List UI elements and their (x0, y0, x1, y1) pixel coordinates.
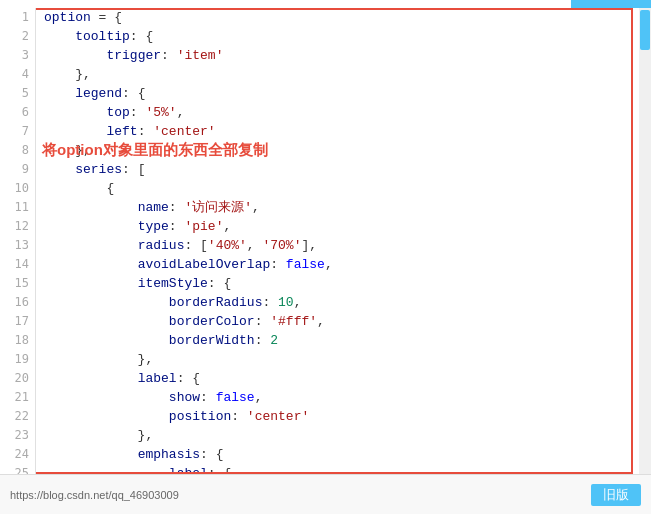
scrollbar-thumb[interactable] (640, 10, 650, 50)
code-line: series: [ (44, 160, 651, 179)
code-line: tooltip: { (44, 27, 651, 46)
line-number: 17 (0, 312, 29, 331)
code-content: 将option对象里面的东西全部复制 option = { tooltip: {… (36, 8, 651, 514)
line-number: 3 (0, 46, 29, 65)
line-number: 24 (0, 445, 29, 464)
code-line: { (44, 179, 651, 198)
code-line: label: { (44, 369, 651, 388)
code-line: position: 'center' (44, 407, 651, 426)
line-number: 15 (0, 274, 29, 293)
line-number: 6 (0, 103, 29, 122)
top-bar-indicator (571, 0, 651, 8)
code-line: }, (44, 65, 651, 84)
code-line: left: 'center' (44, 122, 651, 141)
line-number: 13 (0, 236, 29, 255)
line-number: 5 (0, 84, 29, 103)
code-line: }, (44, 350, 651, 369)
code-line: borderRadius: 10, (44, 293, 651, 312)
line-number: 18 (0, 331, 29, 350)
line-number: 8 (0, 141, 29, 160)
old-version-button[interactable]: 旧版 (591, 484, 641, 506)
line-number: 12 (0, 217, 29, 236)
line-number: 20 (0, 369, 29, 388)
code-line: type: 'pie', (44, 217, 651, 236)
line-number: 23 (0, 426, 29, 445)
line-number: 22 (0, 407, 29, 426)
code-line: borderWidth: 2 (44, 331, 651, 350)
code-line: legend: { (44, 84, 651, 103)
code-line: borderColor: '#fff', (44, 312, 651, 331)
line-number: 16 (0, 293, 29, 312)
line-number: 21 (0, 388, 29, 407)
code-line: emphasis: { (44, 445, 651, 464)
annotation-text: 将option对象里面的东西全部复制 (42, 141, 268, 160)
line-number: 7 (0, 122, 29, 141)
code-line: option = { (44, 8, 651, 27)
code-line: top: '5%', (44, 103, 651, 122)
code-line: }, (44, 426, 651, 445)
line-number: 9 (0, 160, 29, 179)
code-line: itemStyle: { (44, 274, 651, 293)
right-scrollbar[interactable] (639, 8, 651, 474)
line-numbers: 1234567891011121314151617181920212223242… (0, 8, 36, 514)
code-line: trigger: 'item' (44, 46, 651, 65)
url-text: https://blog.csdn.net/qq_46903009 (10, 489, 179, 501)
line-number: 19 (0, 350, 29, 369)
bottom-status-bar: https://blog.csdn.net/qq_46903009 旧版 (0, 474, 651, 514)
line-number: 10 (0, 179, 29, 198)
code-line: name: '访问来源', (44, 198, 651, 217)
line-number: 2 (0, 27, 29, 46)
line-number: 11 (0, 198, 29, 217)
code-line: show: false, (44, 388, 651, 407)
code-line: avoidLabelOverlap: false, (44, 255, 651, 274)
code-area: 1234567891011121314151617181920212223242… (0, 8, 651, 514)
code-lines-wrapper: option = { tooltip: { trigger: 'item' },… (44, 8, 651, 514)
line-number: 14 (0, 255, 29, 274)
editor-container: 1234567891011121314151617181920212223242… (0, 0, 651, 514)
line-number: 4 (0, 65, 29, 84)
line-number: 1 (0, 8, 29, 27)
code-line: radius: ['40%', '70%'], (44, 236, 651, 255)
